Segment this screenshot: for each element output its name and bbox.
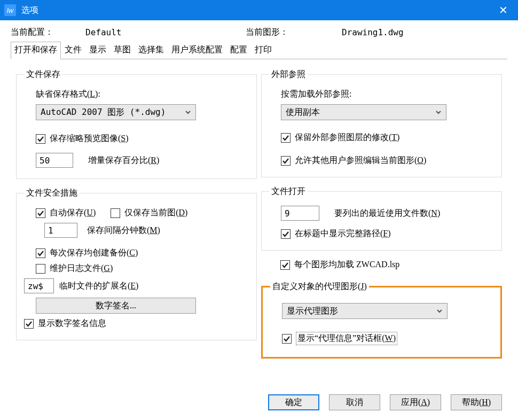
thumbnail-label: 保存缩略预览图像(S) (50, 133, 129, 144)
allow-others-checkbox[interactable] (281, 156, 291, 166)
load-lsp-label: 每个图形均加载 ZWCAD.lsp (294, 259, 399, 270)
backup-label: 每次保存均创建备份(C) (50, 247, 138, 259)
proxy-dialog-checkbox[interactable] (282, 334, 292, 344)
tab-sketch[interactable]: 草图 (110, 42, 135, 59)
chevron-down-icon (185, 107, 191, 118)
group-xref-legend: 外部参照 (269, 69, 308, 80)
log-label: 维护日志文件(G) (50, 263, 113, 274)
proxy-graphics-select[interactable]: 显示代理图形 (282, 303, 448, 319)
digital-signature-button[interactable]: 数字签名... (36, 298, 196, 314)
full-path-label: 在标题中显示完整路径(F) (295, 228, 391, 239)
tab-selection[interactable]: 选择集 (135, 42, 168, 59)
window-title: 选项 (21, 5, 38, 16)
recent-files-label: 要列出的最近使用文件数(N) (334, 208, 440, 219)
demand-load-select[interactable]: 使用副本 (281, 104, 446, 120)
autosave-checkbox[interactable] (36, 208, 45, 218)
group-file-save-legend: 文件保存 (24, 69, 62, 80)
group-proxy-graphics: 自定义对象的代理图形(J) 显示代理图形 显示“代理信息”对话框(W) (261, 281, 502, 359)
tab-user-sys[interactable]: 用户系统配置 (168, 42, 226, 59)
log-checkbox[interactable] (36, 264, 45, 274)
cancel-button[interactable]: 取消 (329, 394, 380, 410)
group-xref: 外部参照 按需加载外部参照: 使用副本 保留外部参照图层的修改 (261, 69, 502, 177)
interval-input[interactable]: 1 (44, 223, 77, 238)
show-digital-sign-checkbox[interactable] (24, 319, 34, 329)
tab-config[interactable]: 配置 (226, 42, 251, 59)
demand-load-label: 按需加载外部参照: (281, 89, 351, 100)
thumbnail-checkbox[interactable] (36, 134, 45, 144)
keep-layers-label: 保留外部参照图层的修改(T) (295, 132, 399, 143)
keep-layers-checkbox[interactable] (281, 133, 291, 143)
only-current-label: 仅保存当前图(D) (124, 207, 187, 219)
temp-ext-label: 临时文件的扩展名(E) (59, 281, 138, 292)
load-lsp-checkbox[interactable] (280, 260, 290, 270)
tab-open-save[interactable]: 打开和保存 (11, 42, 61, 59)
group-file-open: 文件打开 9 要列出的最近使用文件数(N) 在标题中显示完整路径(F) (261, 186, 502, 251)
close-icon[interactable]: ✕ (492, 4, 514, 17)
incremental-save-input[interactable]: 50 (36, 153, 73, 168)
proxy-dialog-label: 显示“代理信息”对话框(W) (296, 332, 397, 345)
dialog-actions: 确定 取消 应用(A) 帮助(H) (258, 394, 502, 410)
title-bar: lw 选项 ✕ (0, 0, 518, 20)
group-file-safety: 文件安全措施 自动保存(U) 仅保存当前图(D) 1 (16, 188, 257, 340)
group-file-save: 文件保存 缺省保存格式(L): AutoCAD 2007 图形 (*.dwg) (16, 69, 257, 179)
chevron-down-icon (435, 107, 442, 118)
incremental-save-label: 增量保存百分比(R) (88, 155, 159, 166)
group-file-safety-legend: 文件安全措施 (24, 188, 80, 199)
allow-others-label: 允许其他用户参照编辑当前图形(O) (295, 155, 426, 166)
only-current-checkbox[interactable] (111, 208, 120, 218)
default-format-label: 缺省保存格式(L): (36, 89, 100, 100)
default-format-select[interactable]: AutoCAD 2007 图形 (*.dwg) (36, 104, 196, 120)
current-drawing-value: Drawing1.dwg (342, 27, 404, 37)
help-button[interactable]: 帮助(H) (451, 394, 502, 410)
recent-files-input[interactable]: 9 (281, 206, 319, 221)
ok-button[interactable]: 确定 (268, 394, 319, 410)
tab-display[interactable]: 显示 (85, 42, 110, 59)
header-info: 当前配置： Default 当前图形： Drawing1.dwg (11, 27, 507, 38)
current-profile-label: 当前配置： (11, 27, 85, 38)
default-format-value: AutoCAD 2007 图形 (*.dwg) (41, 107, 166, 118)
app-icon: lw (4, 4, 16, 16)
proxy-graphics-value: 显示代理图形 (287, 306, 338, 317)
group-file-open-legend: 文件打开 (269, 186, 308, 197)
group-proxy-legend: 自定义对象的代理图形(J) (270, 281, 369, 292)
full-path-checkbox[interactable] (281, 229, 291, 239)
demand-load-value: 使用副本 (286, 107, 320, 118)
apply-button[interactable]: 应用(A) (390, 394, 441, 410)
current-profile-value: Default (85, 27, 246, 37)
tab-file[interactable]: 文件 (61, 42, 85, 59)
chevron-down-icon (436, 306, 443, 316)
tab-strip: 打开和保存 文件 显示 草图 选择集 用户系统配置 配置 打印 (11, 41, 507, 59)
temp-ext-input[interactable]: zw$ (24, 278, 54, 293)
current-drawing-label: 当前图形： (246, 27, 342, 38)
autosave-label: 自动保存(U) (50, 207, 96, 219)
backup-checkbox[interactable] (36, 248, 45, 258)
show-digital-sign-label: 显示数字签名信息 (38, 318, 106, 329)
tab-print[interactable]: 打印 (251, 42, 276, 59)
interval-label: 保存间隔分钟数(M) (87, 225, 160, 236)
